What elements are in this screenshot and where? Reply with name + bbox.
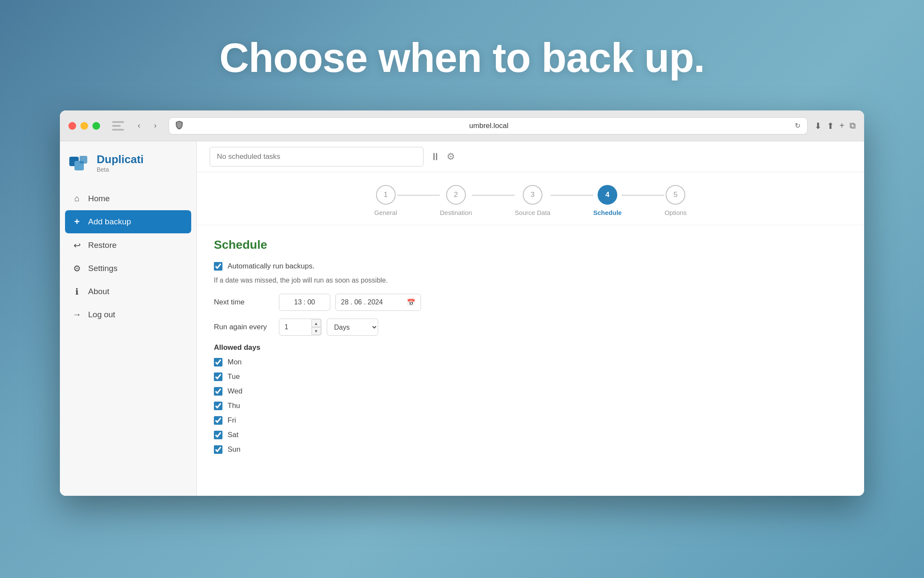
day-label-sat: Sat (228, 431, 239, 439)
step-circle-1: 1 (376, 185, 396, 205)
allowed-days-title: Allowed days (214, 343, 847, 352)
step-label-4: Schedule (593, 209, 622, 216)
new-tab-icon[interactable]: + (839, 121, 844, 131)
wizard-step-4[interactable]: 4 Schedule (593, 185, 622, 216)
step-circle-5: 5 (666, 185, 685, 205)
wizard-steps: 1 General 2 Destination 3 (359, 185, 702, 216)
time-input[interactable] (279, 294, 330, 311)
sidebar-label-logout: Log out (88, 310, 115, 319)
day-row-wed: Wed (214, 387, 847, 396)
date-input[interactable]: 28 . 06 . 2024 📅 (335, 294, 421, 311)
day-row-fri: Fri (214, 416, 847, 425)
date-value: 28 . 06 . 2024 (341, 298, 383, 306)
address-text: umbrel.local (187, 122, 791, 130)
reload-button[interactable]: ↻ (795, 122, 800, 130)
sidebar-item-logout[interactable]: → Log out (65, 304, 191, 325)
next-time-label: Next time (214, 298, 274, 307)
sidebar-item-home[interactable]: ⌂ Home (65, 188, 191, 209)
sidebar-label-settings: Settings (88, 264, 118, 273)
app-name-group: Duplicati Beta (97, 153, 144, 173)
sidebar-item-add-backup[interactable]: + Add backup (65, 210, 191, 233)
app-badge: Beta (97, 166, 144, 173)
schedule-section-title: Schedule (214, 238, 847, 252)
day-checkbox-thu[interactable] (214, 402, 222, 410)
restore-icon: ↩ (72, 240, 82, 250)
download-icon[interactable]: ⬇ (814, 121, 822, 131)
browser-content: Duplicati Beta ⌂ Home + Add backup ↩ Res… (60, 141, 864, 496)
step-circle-3: 3 (523, 185, 542, 205)
app-sidebar: Duplicati Beta ⌂ Home + Add backup ↩ Res… (60, 141, 197, 496)
day-row-thu: Thu (214, 402, 847, 410)
svg-rect-28 (112, 121, 124, 123)
sidebar-toggle-icon[interactable] (112, 121, 124, 131)
interval-input-wrapper: ▲ ▼ (279, 319, 322, 336)
address-bar[interactable]: umbrel.local ↻ (169, 117, 808, 134)
pause-icon[interactable]: ⏸ (430, 151, 441, 163)
settings-icon: ⚙ (72, 263, 82, 274)
sidebar-label-about: About (88, 287, 110, 296)
info-icon: ℹ (72, 286, 82, 297)
day-checkbox-wed[interactable] (214, 387, 222, 396)
interval-unit-select[interactable]: Minutes Hours Days Weeks Months (327, 319, 378, 336)
home-icon: ⌂ (72, 194, 82, 203)
step-label-1: General (374, 209, 397, 216)
step-label-5: Options (664, 209, 687, 216)
wizard-step-2[interactable]: 2 Destination (440, 185, 472, 216)
day-checkbox-sun[interactable] (214, 445, 222, 454)
share-icon[interactable]: ⬆ (827, 121, 834, 131)
sidebar-item-about[interactable]: ℹ About (65, 280, 191, 303)
sidebar-label-restore: Restore (88, 241, 117, 250)
traffic-light-green[interactable] (92, 122, 100, 130)
sidebar-item-settings[interactable]: ⚙ Settings (65, 257, 191, 280)
spinner-down[interactable]: ▼ (311, 327, 321, 335)
forward-button[interactable]: › (149, 119, 162, 132)
top-bar: ⏸ ⚙ (197, 141, 864, 172)
wizard-container: 1 General 2 Destination 3 (197, 172, 864, 225)
day-checkbox-sat[interactable] (214, 431, 222, 439)
auto-run-checkbox[interactable] (214, 262, 222, 271)
browser-window: ‹ › umbrel.local ↻ ⬇ ⬆ + ⧉ (60, 110, 864, 496)
day-checkbox-tue[interactable] (214, 372, 222, 381)
allowed-days-section: Allowed days Mon Tue Wed (214, 343, 847, 454)
step-circle-2: 2 (446, 185, 466, 205)
day-label-tue: Tue (228, 372, 240, 381)
day-label-mon: Mon (228, 358, 242, 366)
sidebar-item-restore[interactable]: ↩ Restore (65, 234, 191, 256)
run-again-label: Run again every (214, 323, 274, 331)
svg-rect-30 (112, 129, 124, 131)
traffic-lights (68, 122, 100, 130)
back-button[interactable]: ‹ (133, 119, 145, 132)
wizard-step-3[interactable]: 3 Source Data (515, 185, 550, 216)
app-name: Duplicati (97, 153, 144, 166)
day-checkbox-mon[interactable] (214, 358, 222, 366)
wizard-step-5[interactable]: 5 Options (664, 185, 687, 216)
app-header: Duplicati Beta (60, 141, 196, 184)
day-row-sun: Sun (214, 445, 847, 454)
day-checkbox-fri[interactable] (214, 416, 222, 425)
day-row-mon: Mon (214, 358, 847, 366)
top-bar-actions: ⏸ ⚙ (430, 151, 455, 163)
browser-actions: ⬇ ⬆ + ⧉ (814, 121, 856, 131)
traffic-light-yellow[interactable] (80, 122, 88, 130)
day-row-tue: Tue (214, 372, 847, 381)
step-connector-1-2 (397, 195, 440, 196)
settings-gear-icon[interactable]: ⚙ (447, 151, 455, 162)
form-content: Schedule Automatically run backups. If a… (197, 225, 864, 496)
step-connector-3-4 (551, 195, 593, 196)
step-connector-2-3 (472, 195, 515, 196)
spinner-up[interactable]: ▲ (311, 319, 321, 327)
wizard-step-1[interactable]: 1 General (374, 185, 397, 216)
day-label-fri: Fri (228, 416, 236, 425)
tabs-icon[interactable]: ⧉ (850, 121, 856, 131)
step-label-2: Destination (440, 209, 472, 216)
auto-run-label: Automatically run backups. (228, 262, 314, 271)
run-again-group: Run again every ▲ ▼ Minutes Hours Days W… (214, 319, 847, 336)
sidebar-label-home: Home (88, 194, 110, 203)
status-input[interactable] (210, 147, 424, 167)
step-connector-4-5 (622, 195, 664, 196)
day-label-wed: Wed (228, 387, 243, 396)
traffic-light-red[interactable] (68, 122, 76, 130)
security-icon (176, 121, 183, 131)
hint-text: If a date was missed, the job will run a… (214, 277, 847, 284)
hero-title: Choose when to back up. (0, 34, 924, 81)
